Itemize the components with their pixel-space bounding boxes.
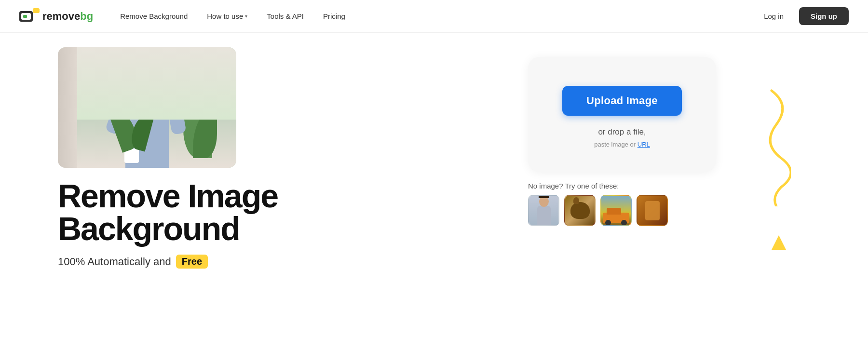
- curtain: [58, 47, 77, 168]
- free-badge: Free: [176, 255, 208, 269]
- sample-thumb-1[interactable]: [528, 195, 559, 226]
- hero-subtitle: 100% Automatically and Free: [58, 255, 434, 269]
- logo-remove: remove: [42, 10, 80, 22]
- sample-thumb-2[interactable]: [564, 195, 596, 226]
- logo-bg: bg: [80, 10, 93, 22]
- nav-tools-api[interactable]: Tools & API: [259, 8, 312, 24]
- drop-text: or drop a file,: [598, 127, 646, 137]
- thumb-hair: [539, 195, 549, 198]
- nav-actions: Log in Sign up: [756, 7, 849, 25]
- nav-links: Remove Background How to use ▾ Tools & A…: [112, 8, 756, 24]
- paste-text: paste image or URL: [594, 141, 650, 148]
- thumb-body: [537, 206, 551, 225]
- main-content: Remove Image Background 100% Automatical…: [0, 33, 868, 338]
- thumb-object-item: [645, 201, 660, 220]
- thumb-wheel-left: [605, 220, 611, 226]
- hero-title: Remove Image Background: [58, 179, 434, 245]
- samples-label: No image? Try one of these:: [528, 182, 716, 190]
- thumb-wheel-right: [621, 220, 627, 226]
- sample-thumb-4[interactable]: [637, 195, 668, 226]
- thumb-object: [637, 196, 667, 225]
- hero-image-background: [58, 47, 236, 168]
- upload-button[interactable]: Upload Image: [562, 86, 682, 116]
- svg-rect-3: [33, 8, 40, 13]
- nav-how-to-use[interactable]: How to use ▾: [199, 8, 255, 24]
- nav-remove-background[interactable]: Remove Background: [112, 8, 195, 24]
- samples-section: No image? Try one of these:: [528, 182, 716, 226]
- thumb-animal-body: [570, 202, 590, 219]
- nav-pricing[interactable]: Pricing: [315, 8, 353, 24]
- window-background: [58, 47, 236, 120]
- svg-rect-2: [23, 15, 27, 18]
- url-link[interactable]: URL: [637, 141, 650, 148]
- left-section: Remove Image Background 100% Automatical…: [58, 47, 434, 269]
- thumb-car-top: [607, 208, 621, 215]
- logo[interactable]: removebg: [19, 8, 93, 25]
- thumb-person: [529, 196, 558, 225]
- thumb-car-body: [603, 213, 629, 223]
- sample-thumb-3[interactable]: [600, 195, 632, 226]
- navbar: removebg Remove Background How to use ▾ …: [0, 0, 868, 33]
- logo-text: removebg: [42, 10, 93, 23]
- thumb-animal-head: [573, 197, 579, 204]
- decorative-triangle: [772, 235, 786, 250]
- logo-icon: [19, 8, 40, 25]
- samples-row: [528, 195, 716, 226]
- signup-button[interactable]: Sign up: [799, 7, 849, 25]
- login-button[interactable]: Log in: [756, 8, 791, 24]
- chevron-down-icon: ▾: [245, 14, 247, 19]
- subtitle-text: 100% Automatically and: [58, 256, 171, 268]
- right-section: Upload Image or drop a file, paste image…: [434, 47, 810, 226]
- upload-card: Upload Image or drop a file, paste image…: [528, 57, 716, 172]
- thumb-car: [601, 196, 631, 225]
- thumb-animal: [565, 196, 595, 225]
- hero-image: [58, 47, 236, 168]
